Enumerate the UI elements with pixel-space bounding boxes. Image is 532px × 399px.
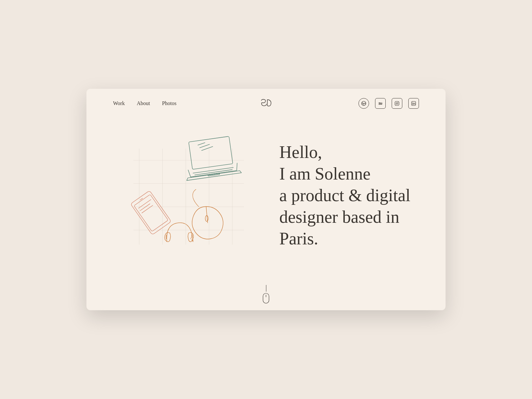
- hero-line3: a product & digital: [279, 186, 410, 205]
- nav-photos[interactable]: Photos: [162, 100, 177, 106]
- svg-line-27: [142, 205, 153, 213]
- svg-point-30: [205, 215, 208, 221]
- svg-line-26: [140, 204, 150, 211]
- svg-line-29: [206, 207, 207, 223]
- scroll-line: [266, 285, 266, 292]
- linkedin-icon[interactable]: [408, 98, 419, 109]
- instagram-icon[interactable]: [392, 98, 402, 109]
- dribbble-icon[interactable]: [358, 98, 369, 109]
- behance-icon[interactable]: Bē: [375, 98, 386, 109]
- nav-right: Bē: [358, 98, 419, 109]
- svg-rect-1: [395, 101, 399, 105]
- svg-point-6: [412, 102, 413, 103]
- main-content: Hello, I am Solenne a product & digital …: [86, 115, 446, 282]
- svg-rect-16: [189, 136, 233, 169]
- hero-text: Hello, I am Solenne a product & digital …: [279, 141, 419, 249]
- hero-line2: I am Solenne: [279, 164, 370, 183]
- svg-line-19: [201, 147, 213, 151]
- svg-line-25: [139, 200, 151, 208]
- text-area: Hello, I am Solenne a product & digital …: [266, 141, 419, 249]
- mouse-scroll-icon: [263, 285, 269, 304]
- svg-point-2: [396, 103, 398, 104]
- svg-rect-23: [131, 191, 172, 235]
- hero-line5: Paris.: [279, 229, 318, 248]
- nav-work[interactable]: Work: [113, 100, 125, 106]
- site-logo[interactable]: [260, 98, 272, 109]
- svg-line-18: [200, 144, 210, 148]
- svg-rect-24: [134, 195, 168, 232]
- browser-window: Work About Photos: [86, 89, 446, 310]
- navbar: Work About Photos: [86, 89, 446, 115]
- hero-line1: Hello,: [279, 143, 322, 162]
- svg-point-3: [398, 102, 398, 102]
- svg-line-17: [198, 143, 205, 145]
- nav-left: Work About Photos: [113, 100, 177, 106]
- grid-illustration: [113, 125, 253, 265]
- mouse-icon-svg: [263, 293, 269, 304]
- illustration-area: [113, 125, 253, 265]
- nav-about[interactable]: About: [137, 100, 150, 106]
- scroll-indicator: [86, 282, 446, 310]
- hero-line4: designer based in: [279, 207, 399, 226]
